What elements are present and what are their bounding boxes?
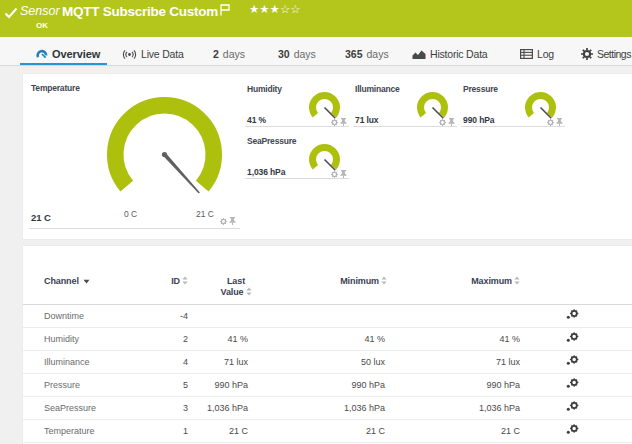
- primary-gauge-pin-icon[interactable]: [229, 217, 236, 225]
- row-minimum: [268, 305, 385, 328]
- table-row-seapressure: SeaPressure 3 1,036 hPa 1,036 hPa 1,036 …: [23, 397, 632, 420]
- row-channel-name[interactable]: Illuminance: [44, 351, 90, 374]
- primary-gauge: [105, 96, 225, 202]
- row-settings-gears-icon[interactable]: [566, 397, 582, 420]
- tab-365-days[interactable]: 365 days: [345, 41, 389, 67]
- id-sort-icon: [182, 276, 188, 285]
- gauge-seapressure-icons: [331, 170, 347, 178]
- gauge-block-seapressure: SeaPressure 1,036 hPa: [245, 136, 349, 188]
- row-channel-name[interactable]: Humidity: [44, 328, 79, 351]
- row-maximum: 1,036 hPa: [403, 397, 520, 420]
- gauge-illuminance-label: Illuminance: [355, 84, 400, 94]
- gauges-panel: Temperature 0 C 21 C 21 C Humidity 41 % …: [23, 74, 632, 239]
- gauge-seapressure-gear-icon[interactable]: [331, 171, 338, 178]
- tab-historic-data-label: Historic Data: [430, 48, 488, 60]
- tab-settings-label: Settings: [597, 48, 631, 60]
- gauge-humidity-value: 41 %: [247, 115, 266, 125]
- flag-icon[interactable]: [219, 4, 231, 16]
- column-header-maximum[interactable]: Maximum: [403, 276, 520, 286]
- gauge-block-humidity: Humidity 41 %: [245, 84, 349, 136]
- tab-settings[interactable]: Settings: [581, 41, 631, 67]
- gauge-illuminance-gear-icon[interactable]: [439, 119, 446, 126]
- tab-30-days[interactable]: 30 days: [278, 41, 316, 67]
- column-header-id[interactable]: ID: [123, 276, 188, 286]
- gauge-humidity-label: Humidity: [247, 84, 282, 94]
- row-settings-gears-icon[interactable]: [566, 351, 582, 374]
- column-header-last-label: Last: [227, 276, 245, 286]
- settings-gear-icon: [581, 48, 593, 60]
- column-header-channel[interactable]: Channel: [44, 276, 90, 286]
- row-settings-gears-icon[interactable]: [566, 328, 582, 351]
- tab-2-days[interactable]: 2 days: [213, 41, 245, 67]
- sensor-header-bar: Sensor MQTT Subscribe Custom ★★★☆☆ OK: [0, 0, 632, 37]
- status-ok-check-icon: [4, 6, 18, 20]
- gauge-illuminance-icons: [439, 118, 455, 126]
- gauge-seapressure-pin-icon[interactable]: [340, 170, 347, 178]
- table-row-temperature: Temperature 1 21 C 21 C 21 C: [23, 420, 632, 443]
- primary-gauge-max-label: 21 C: [196, 209, 214, 219]
- column-header-maximum-label: Maximum: [471, 276, 512, 286]
- column-header-value-label: Value: [220, 287, 243, 297]
- priority-stars[interactable]: ★★★☆☆: [249, 2, 301, 16]
- gauge-illuminance-pin-icon[interactable]: [448, 118, 455, 126]
- row-last-value: 41 %: [188, 328, 248, 351]
- row-last-value: 71 lux: [188, 351, 248, 374]
- tab-365-days-number: 365: [345, 48, 363, 60]
- row-minimum: 990 hPa: [268, 374, 385, 397]
- gauge-humidity-underline: [245, 126, 349, 127]
- tab-live-data[interactable]: Live Data: [122, 41, 184, 67]
- gauge-humidity-pin-icon[interactable]: [340, 118, 347, 126]
- column-header-channel-label: Channel: [44, 276, 79, 286]
- tab-log[interactable]: Log: [520, 41, 554, 67]
- sensor-status-text: OK: [36, 21, 48, 30]
- tab-overview-label: Overview: [52, 48, 100, 60]
- gauge-humidity-icons: [331, 118, 347, 126]
- tab-2-days-label: days: [223, 48, 245, 60]
- column-header-last-value[interactable]: Last Value: [203, 276, 269, 298]
- gauge-illuminance-underline: [353, 126, 457, 127]
- gauge-block-pressure: Pressure 990 hPa: [461, 84, 565, 136]
- gauge-pressure-underline: [461, 126, 565, 127]
- maximum-sort-icon: [514, 276, 520, 285]
- row-channel-name[interactable]: Pressure: [44, 374, 80, 397]
- primary-gauge-label: Temperature: [31, 83, 80, 93]
- row-id: 3: [123, 397, 188, 420]
- table-row-illuminance: Illuminance 4 71 lux 50 lux 71 lux: [23, 351, 632, 374]
- row-channel-name[interactable]: SeaPressure: [44, 397, 96, 420]
- row-channel-name[interactable]: Downtime: [44, 305, 84, 328]
- primary-gauge-gear-icon[interactable]: [220, 218, 227, 225]
- object-type-label[interactable]: Sensor: [20, 4, 60, 18]
- minimum-sort-icon: [381, 276, 387, 285]
- tab-30-days-label: days: [294, 48, 316, 60]
- column-header-id-label: ID: [171, 276, 180, 286]
- tab-2-days-number: 2: [213, 48, 219, 60]
- last-value-sort-icon: [246, 287, 252, 296]
- active-tab-underline: [20, 63, 107, 65]
- row-channel-name[interactable]: Temperature: [44, 420, 95, 443]
- tab-log-label: Log: [537, 48, 554, 60]
- gauge-illuminance-value: 71 lux: [355, 115, 379, 125]
- row-id: 1: [123, 420, 188, 443]
- primary-gauge-icons: [220, 217, 236, 225]
- channel-sort-caret-icon: [83, 279, 90, 284]
- tab-bar: Overview Live Data 2 days 30 days 365 da…: [0, 37, 632, 66]
- row-last-value: 1,036 hPa: [188, 397, 248, 420]
- tab-live-data-label: Live Data: [141, 48, 184, 60]
- row-last-value: 21 C: [188, 420, 248, 443]
- channel-table-panel: Channel ID Last Value Minimum Maximum Do…: [23, 246, 632, 444]
- column-header-minimum[interactable]: Minimum: [270, 276, 387, 286]
- row-maximum: [403, 305, 520, 328]
- gauge-humidity-gear-icon[interactable]: [331, 119, 338, 126]
- gauge-pressure-pin-icon[interactable]: [556, 118, 563, 126]
- row-minimum: 21 C: [268, 420, 385, 443]
- primary-gauge-min-label: 0 C: [124, 209, 137, 219]
- row-settings-gears-icon[interactable]: [566, 420, 582, 443]
- tab-historic-data[interactable]: Historic Data: [412, 41, 488, 67]
- row-settings-gears-icon[interactable]: [566, 374, 582, 397]
- row-id: 5: [123, 374, 188, 397]
- gauge-pressure-gear-icon[interactable]: [547, 119, 554, 126]
- row-settings-gears-icon[interactable]: [566, 305, 582, 328]
- log-list-icon: [520, 49, 533, 59]
- table-row-humidity: Humidity 2 41 % 41 % 41 %: [23, 328, 632, 351]
- primary-gauge-underline: [29, 228, 240, 229]
